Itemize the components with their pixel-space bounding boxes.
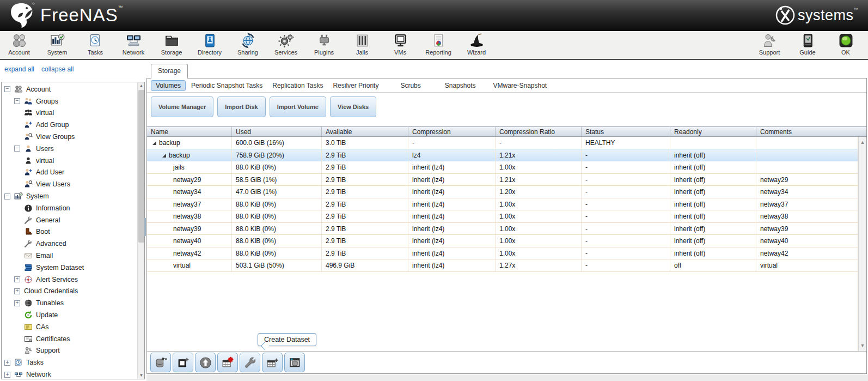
sidebar-item-general[interactable]: General — [2, 214, 137, 226]
toolbar-item-plugins[interactable]: Plugins — [309, 33, 339, 56]
tab-vmware-snapshot[interactable]: VMware-Snapshot — [488, 81, 551, 90]
volume-row-backup[interactable]: backup600.0 GiB (16%)3.0 TiB--HEALTHY — [147, 137, 858, 149]
tree-scroll-up-icon[interactable]: ▲ — [138, 82, 145, 89]
create-zvol-button[interactable] — [284, 353, 305, 372]
grid-scrollbar[interactable]: ▲ ▼ — [858, 137, 866, 351]
tree-toggle-expand-icon[interactable]: + — [14, 300, 20, 306]
toolbar-item-reporting[interactable]: Reporting — [423, 33, 454, 56]
tree-scroll-thumb[interactable] — [138, 90, 144, 243]
tree-toggle-expand-icon[interactable]: + — [4, 360, 10, 366]
volume-row-netway34[interactable]: netway3447.0 GiB (1%)2.9 TiBinherit (lz4… — [147, 186, 858, 198]
storage-window-tab[interactable]: Storage — [151, 64, 188, 78]
toolbar-item-storage[interactable]: Storage — [156, 33, 187, 56]
toolbar-item-directory[interactable]: Directory — [194, 33, 225, 56]
tree-scrollbar[interactable]: ▲ ▼ — [137, 82, 144, 379]
column-header-name[interactable]: Name — [147, 127, 232, 136]
create-dataset-button[interactable] — [262, 353, 283, 372]
sidebar-item-view-users[interactable]: View Users — [2, 178, 137, 190]
sidebar-item-account[interactable]: −Account — [2, 83, 137, 95]
tree-toggle-expand-icon[interactable]: + — [4, 372, 10, 378]
volume-row-netway40[interactable]: netway4088.0 KiB (0%)2.9 TiBinherit (lz4… — [147, 235, 858, 247]
volume-manager-button[interactable]: Volume Manager — [151, 96, 213, 117]
tree-toggle-collapse-icon[interactable]: − — [14, 98, 20, 104]
volume-row-netway29[interactable]: netway2958.5 GiB (1%)2.9 TiBinherit (lz4… — [147, 174, 858, 186]
grid-scroll-down-icon[interactable]: ▼ — [859, 342, 866, 349]
row-expander-icon[interactable] — [152, 141, 156, 145]
expand-all-link[interactable]: expand all — [4, 65, 34, 73]
sidebar-item-virtual[interactable]: virtual — [2, 155, 137, 167]
tree-toggle-collapse-icon[interactable]: − — [14, 146, 20, 152]
sidebar-item-tasks[interactable]: +Tasks — [2, 356, 137, 368]
tab-replication-tasks[interactable]: Replication Tasks — [268, 81, 327, 90]
sidebar-item-alert-services[interactable]: +Alert Services — [2, 274, 137, 286]
toolbar-item-guide[interactable]: Guide — [792, 33, 823, 56]
sidebar-item-network[interactable]: +Network — [2, 368, 137, 379]
tab-resilver-priority[interactable]: Resilver Priority — [328, 81, 383, 90]
row-expander-icon[interactable] — [162, 154, 166, 158]
toolbar-item-services[interactable]: Services — [271, 33, 301, 56]
toolbar-item-sharing[interactable]: Sharing — [233, 33, 263, 56]
column-header-compression[interactable]: Compression — [408, 127, 496, 136]
toolbar-item-network[interactable]: Network — [118, 33, 149, 56]
volume-row-jails[interactable]: jails88.0 KiB (0%)2.9 TiBinherit (lz4)1.… — [147, 161, 858, 174]
sidebar-item-users[interactable]: −Users — [2, 143, 137, 155]
edit-options-button[interactable] — [240, 353, 260, 372]
grid-scroll-up-icon[interactable]: ▲ — [859, 138, 866, 146]
sidebar-item-system-dataset[interactable]: System Dataset — [2, 262, 137, 274]
tree-toggle-collapse-icon[interactable]: − — [4, 193, 10, 199]
volume-row-netway42[interactable]: netway4288.0 KiB (0%)2.9 TiBinherit (lz4… — [147, 247, 858, 260]
upgrade-volume-button[interactable] — [195, 353, 216, 372]
toolbar-item-wizard[interactable]: Wizard — [461, 33, 492, 56]
toolbar-item-support[interactable]: Support — [754, 33, 785, 56]
tree-toggle-collapse-icon[interactable]: − — [4, 86, 10, 92]
toolbar-item-vms[interactable]: VMs — [385, 33, 415, 56]
column-header-comments[interactable]: Comments — [756, 127, 866, 136]
collapse-all-link[interactable]: collapse all — [41, 65, 74, 73]
toolbar-item-ok[interactable]: OK — [830, 33, 861, 56]
sidebar-item-view-groups[interactable]: View Groups — [2, 131, 137, 143]
sidebar-item-certificates[interactable]: Certificates — [2, 333, 137, 345]
volume-row-backup[interactable]: backup758.9 GiB (20%)2.9 TiBlz41.21x-inh… — [147, 149, 858, 162]
sidebar-item-cas[interactable]: CAs — [2, 321, 137, 333]
column-header-status[interactable]: Status — [582, 127, 670, 136]
column-header-available[interactable]: Available — [322, 127, 408, 136]
toolbar-item-tasks[interactable]: Tasks — [80, 33, 111, 56]
column-header-used[interactable]: Used — [232, 127, 322, 136]
view-disks-button[interactable]: View Disks — [330, 96, 376, 117]
sidebar-item-virtual[interactable]: virtual — [2, 107, 137, 119]
create-snapshot-button[interactable] — [173, 353, 193, 372]
sidebar-item-cloud-credentials[interactable]: +Cloud Credentials — [2, 286, 137, 298]
tab-volumes[interactable]: Volumes — [151, 80, 186, 91]
sidebar-item-tunables[interactable]: +Tunables — [2, 297, 137, 309]
sidebar-item-information[interactable]: Information — [2, 202, 137, 214]
volume-row-netway37[interactable]: netway3788.0 KiB (0%)2.9 TiBinherit (lz4… — [147, 198, 858, 211]
tab-periodic-snapshot-tasks[interactable]: Periodic Snapshot Tasks — [187, 81, 267, 90]
column-header-readonly[interactable]: Readonly — [670, 127, 756, 136]
sidebar-item-boot[interactable]: Boot — [2, 226, 137, 238]
toolbar-item-account[interactable]: Account — [4, 33, 34, 56]
import-volume-button[interactable]: Import Volume — [270, 96, 326, 117]
volume-row-netway39[interactable]: netway3988.0 KiB (0%)2.9 TiBinherit (lz4… — [147, 223, 858, 235]
column-header-compression-ratio[interactable]: Compression Ratio — [496, 127, 582, 136]
volume-row-virtual[interactable]: virtual503.1 GiB (50%)496.9 GiBinherit (… — [147, 259, 858, 272]
detach-volume-button[interactable] — [150, 353, 171, 372]
sidebar-item-add-user[interactable]: Add User — [2, 167, 137, 179]
volume-row-netway38[interactable]: netway3888.0 KiB (0%)2.9 TiBinherit (lz4… — [147, 210, 858, 223]
tab-scrubs[interactable]: Scrubs — [396, 81, 425, 90]
tab-snapshots[interactable]: Snapshots — [441, 81, 480, 90]
tree-toggle-expand-icon[interactable]: + — [14, 288, 20, 294]
toolbar-item-system[interactable]: System — [42, 33, 72, 56]
tree-scroll-down-icon[interactable]: ▼ — [138, 372, 145, 379]
tree-toggle-expand-icon[interactable]: + — [14, 276, 20, 282]
sidebar-item-update[interactable]: Update — [2, 309, 137, 321]
panel-splitter-handle[interactable] — [144, 218, 146, 236]
import-disk-button[interactable]: Import Disk — [217, 96, 266, 117]
sidebar-item-add-group[interactable]: Add Group — [2, 119, 137, 131]
destroy-dataset-button[interactable] — [217, 353, 238, 372]
toolbar-item-jails[interactable]: Jails — [347, 33, 377, 56]
sidebar-item-groups[interactable]: −Groups — [2, 95, 137, 107]
sidebar-item-system[interactable]: −System — [2, 190, 137, 202]
sidebar-item-advanced[interactable]: Advanced — [2, 238, 137, 250]
sidebar-item-email[interactable]: Email — [2, 250, 137, 262]
sidebar-item-support[interactable]: Support — [2, 345, 137, 357]
